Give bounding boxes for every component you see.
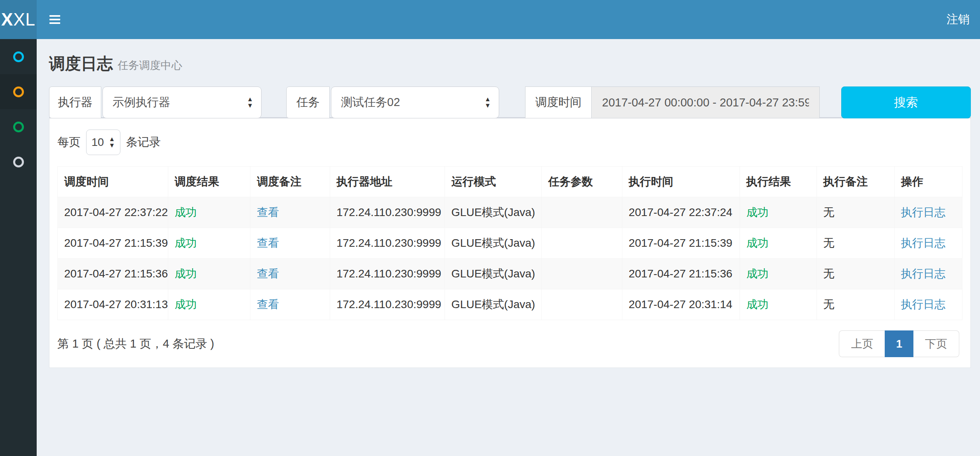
cell-handle-msg: 无 [817, 259, 894, 289]
cell-action: 执行日志 [894, 228, 962, 259]
table-row: 2017-04-27 20:31:13成功查看172.24.110.230:99… [58, 289, 962, 320]
page-1-button[interactable]: 1 [885, 330, 913, 357]
trigger-time-range-input[interactable] [592, 86, 820, 118]
job-select[interactable]: 测试任务02 [331, 86, 499, 118]
page-header: 调度日志任务调度中心 [49, 53, 971, 75]
cell-action: 执行日志 [894, 259, 962, 289]
cell-handle-time: 2017-04-27 22:37:24 [622, 197, 740, 228]
job-filter-label: 任务 [286, 86, 330, 118]
cell-trigger-result: 成功 [168, 228, 250, 259]
pagination-controls: 上页 1 下页 [839, 330, 959, 357]
hamburger-bar [49, 15, 60, 17]
cell-handle-time: 2017-04-27 20:31:14 [622, 289, 740, 320]
per-page-prefix: 每页 [57, 134, 81, 150]
cell-action: 执行日志 [894, 289, 962, 320]
column-header-trigger-msg: 调度备注 [250, 167, 330, 197]
sidebar-item-menu-2[interactable] [0, 74, 37, 109]
page-title: 调度日志 [49, 55, 113, 72]
log-list-panel: 每页 10 条记录 调度时间调度结果调度备注执行器地址运行模式任务参数执行时间执… [49, 117, 971, 368]
cell-run-mode: GLUE模式(Java) [445, 228, 542, 259]
cell-trigger-msg: 查看 [250, 197, 330, 228]
cell-job-param [541, 259, 622, 289]
per-page-control: 每页 10 条记录 [57, 130, 962, 155]
cell-trigger-time: 2017-04-27 21:15:36 [58, 259, 168, 289]
action-link[interactable]: 执行日志 [901, 237, 946, 249]
trigger-time-filter-group: 调度时间 [525, 86, 820, 118]
job-select-value: 测试任务02 [341, 94, 400, 110]
action-link[interactable]: 执行日志 [901, 267, 946, 280]
column-header-trigger-result: 调度结果 [168, 167, 250, 197]
cell-trigger-msg: 查看 [250, 289, 330, 320]
sidebar-item-menu-1[interactable] [0, 39, 37, 74]
logout-link[interactable]: 注销 [936, 0, 980, 39]
hamburger-bar [49, 19, 60, 20]
prev-page-button[interactable]: 上页 [839, 330, 885, 357]
cell-executor-address: 172.24.110.230:9999 [330, 228, 445, 259]
cell-executor-address: 172.24.110.230:9999 [330, 289, 445, 320]
cell-run-mode: GLUE模式(Java) [445, 197, 542, 228]
sidebar-item-menu-3[interactable] [0, 109, 37, 144]
next-page-button[interactable]: 下页 [913, 330, 959, 357]
cell-trigger-time: 2017-04-27 21:15:39 [58, 228, 168, 259]
dispatch-log-table: 调度时间调度结果调度备注执行器地址运行模式任务参数执行时间执行结果执行备注操作 … [57, 166, 962, 320]
column-header-handle-time: 执行时间 [622, 167, 740, 197]
table-row: 2017-04-27 21:15:39成功查看172.24.110.230:99… [58, 228, 962, 259]
executor-select[interactable]: 示例执行器 [102, 86, 262, 118]
column-header-executor-address: 执行器地址 [330, 167, 445, 197]
page-subtitle: 任务调度中心 [118, 59, 182, 71]
action-link[interactable]: 执行日志 [901, 206, 946, 218]
cell-job-param [541, 289, 622, 320]
column-header-job-param: 任务参数 [541, 167, 622, 197]
cell-trigger-result: 成功 [168, 259, 250, 289]
cell-handle-result: 成功 [740, 289, 817, 320]
logo-rest-text: XL [13, 10, 35, 29]
trigger-msg-link[interactable]: 查看 [257, 298, 279, 311]
filter-bar: 执行器 示例执行器 任务 测试任务02 调度时间 搜索 [49, 86, 971, 118]
column-header-handle-msg: 执行备注 [817, 167, 894, 197]
cell-handle-result: 成功 [740, 197, 817, 228]
app-logo[interactable]: XXL [0, 0, 37, 39]
cell-executor-address: 172.24.110.230:9999 [330, 259, 445, 289]
job-filter-group: 任务 测试任务02 [286, 86, 499, 118]
column-header-handle-result: 执行结果 [740, 167, 817, 197]
action-link[interactable]: 执行日志 [901, 298, 946, 311]
cell-handle-time: 2017-04-27 21:15:36 [622, 259, 740, 289]
trigger-msg-link[interactable]: 查看 [257, 206, 279, 218]
table-head: 调度时间调度结果调度备注执行器地址运行模式任务参数执行时间执行结果执行备注操作 [58, 167, 962, 197]
trigger-msg-link[interactable]: 查看 [257, 267, 279, 280]
sidebar-menu [0, 39, 37, 456]
content-area: 调度日志任务调度中心 执行器 示例执行器 任务 测试任务02 调度时间 搜索 每… [37, 39, 980, 456]
select-updown-icon [247, 96, 253, 109]
select-updown-icon [484, 96, 491, 109]
trigger-time-filter-label: 调度时间 [525, 86, 592, 118]
select-updown-icon [109, 136, 115, 149]
table-header-row: 调度时间调度结果调度备注执行器地址运行模式任务参数执行时间执行结果执行备注操作 [58, 167, 962, 197]
sidebar-item-menu-4[interactable] [0, 144, 37, 179]
cell-handle-result: 成功 [740, 259, 817, 289]
cell-run-mode: GLUE模式(Java) [445, 259, 542, 289]
search-button[interactable]: 搜索 [841, 86, 971, 118]
log-table-body: 2017-04-27 22:37:22成功查看172.24.110.230:99… [58, 197, 962, 320]
cell-trigger-time: 2017-04-27 22:37:22 [58, 197, 168, 228]
cell-action: 执行日志 [894, 197, 962, 228]
cell-handle-msg: 无 [817, 289, 894, 320]
cell-trigger-result: 成功 [168, 289, 250, 320]
circle-icon [13, 86, 24, 97]
per-page-select[interactable]: 10 [86, 130, 120, 155]
executor-select-value: 示例执行器 [112, 94, 170, 110]
cell-handle-msg: 无 [817, 228, 894, 259]
cell-trigger-time: 2017-04-27 20:31:13 [58, 289, 168, 320]
column-header-action: 操作 [894, 167, 962, 197]
circle-icon [13, 122, 24, 132]
sidebar-toggle-hamburger-icon[interactable] [37, 0, 73, 39]
cell-job-param [541, 228, 622, 259]
trigger-msg-link[interactable]: 查看 [257, 237, 279, 249]
table-footer: 第 1 页 ( 总共 1 页，4 条记录 ) 上页 1 下页 [57, 330, 962, 357]
cell-handle-msg: 无 [817, 197, 894, 228]
executor-filter-group: 执行器 示例执行器 [49, 86, 262, 118]
hamburger-bar [49, 22, 60, 24]
logo-bold-text: X [1, 10, 13, 29]
executor-filter-label: 执行器 [49, 86, 101, 118]
cell-handle-time: 2017-04-27 21:15:39 [622, 228, 740, 259]
cell-trigger-msg: 查看 [250, 259, 330, 289]
